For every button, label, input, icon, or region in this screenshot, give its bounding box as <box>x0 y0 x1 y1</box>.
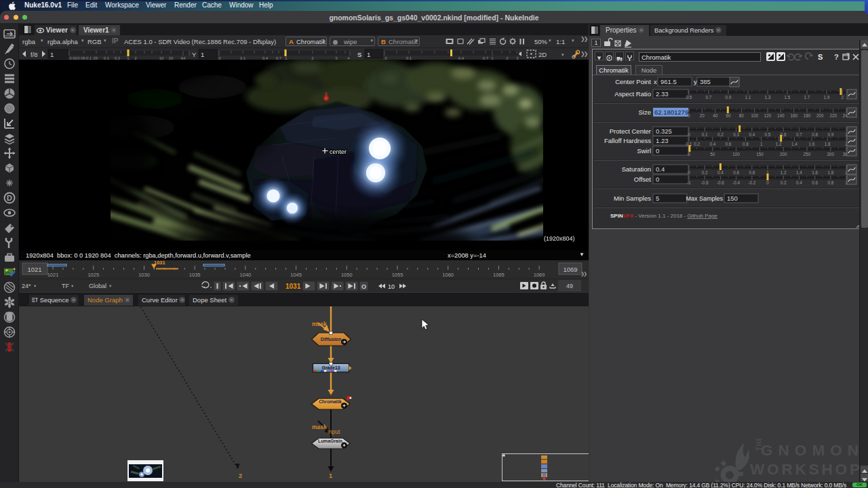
svg-text:GNOMON: GNOMON <box>761 442 860 459</box>
svg-text:input: input <box>328 428 340 435</box>
svg-text:0.4: 0.4 <box>749 132 755 137</box>
svg-text:385: 385 <box>700 78 711 85</box>
svg-text:0.2: 0.2 <box>702 170 708 175</box>
svg-text:2D: 2D <box>538 51 547 58</box>
svg-text:0.5: 0.5 <box>765 132 771 137</box>
svg-text:220: 220 <box>829 113 837 118</box>
svg-text:1.8: 1.8 <box>825 142 831 146</box>
svg-text:140: 140 <box>777 113 785 118</box>
svg-text:1: 1 <box>329 472 332 479</box>
svg-text:1.6: 1.6 <box>809 142 815 146</box>
svg-text:0.9: 0.9 <box>827 132 833 137</box>
svg-text:0.4: 0.4 <box>709 142 715 146</box>
svg-text:Y: Y <box>192 51 197 58</box>
svg-text:0: 0 <box>688 152 690 157</box>
svg-text:Swirl: Swirl <box>637 147 651 155</box>
svg-text:0: 0 <box>688 170 690 175</box>
svg-text:Protect Center: Protect Center <box>610 127 651 135</box>
svg-text:200: 200 <box>780 152 787 157</box>
svg-text:2: 2 <box>841 95 844 100</box>
svg-text:150: 150 <box>727 195 738 202</box>
svg-text:0.1: 0.1 <box>702 132 708 137</box>
svg-text:120: 120 <box>764 113 772 118</box>
svg-text:Chromatik: Chromatik <box>319 399 342 404</box>
svg-text:1.8: 1.8 <box>827 170 833 175</box>
svg-text:1.2: 1.2 <box>781 170 787 175</box>
svg-text:1.4: 1.4 <box>791 142 797 146</box>
svg-text:?: ? <box>834 53 839 61</box>
svg-text:1040: 1040 <box>240 272 252 278</box>
svg-text:Offset: Offset <box>634 176 652 183</box>
svg-text:1.6: 1.6 <box>812 170 818 175</box>
svg-text:1021: 1021 <box>27 266 41 273</box>
svg-text:1.7: 1.7 <box>804 95 810 100</box>
svg-text:Saturation: Saturation <box>622 165 651 173</box>
svg-text:50: 50 <box>710 152 715 157</box>
svg-text:1021: 1021 <box>47 272 59 278</box>
svg-text:0: 0 <box>656 176 659 183</box>
svg-text:1.1: 1.1 <box>745 95 751 100</box>
svg-text:1.4: 1.4 <box>796 170 802 175</box>
svg-text:0.6: 0.6 <box>726 142 732 146</box>
svg-text:x: x <box>654 78 657 85</box>
svg-text:60: 60 <box>726 113 731 118</box>
svg-text:0: 0 <box>766 180 769 185</box>
svg-text:1.23: 1.23 <box>656 137 669 144</box>
svg-text:0.2: 0.2 <box>781 180 787 185</box>
svg-text:1: 1 <box>760 142 763 146</box>
svg-text:1045: 1045 <box>290 272 302 278</box>
svg-text:▾: ▾ <box>71 283 74 288</box>
svg-text:0.325: 0.325 <box>656 127 672 135</box>
svg-text:0.8: 0.8 <box>749 170 755 175</box>
svg-text:1050: 1050 <box>341 272 353 278</box>
svg-text:O: O <box>361 283 366 290</box>
svg-text:0.4: 0.4 <box>656 165 665 173</box>
svg-text:0.4: 0.4 <box>796 180 802 185</box>
svg-text:0.7: 0.7 <box>796 132 802 137</box>
svg-text:0.6: 0.6 <box>733 170 739 175</box>
svg-text:1069: 1069 <box>534 272 545 278</box>
svg-text:100: 100 <box>751 113 758 118</box>
svg-text:1.5: 1.5 <box>785 95 791 100</box>
svg-text:0: 0 <box>688 132 690 137</box>
svg-text:Aspect Ratio: Aspect Ratio <box>614 90 651 98</box>
svg-text:62.18012799: 62.18012799 <box>654 108 692 116</box>
svg-text:Min Samples: Min Samples <box>614 195 651 202</box>
svg-text:1025: 1025 <box>87 272 99 278</box>
svg-text:0.7: 0.7 <box>706 95 712 100</box>
svg-text:160: 160 <box>790 113 797 118</box>
svg-text:20: 20 <box>700 113 705 118</box>
svg-text:1031: 1031 <box>154 260 165 266</box>
svg-text:1065: 1065 <box>493 272 505 278</box>
svg-text:10: 10 <box>388 283 395 290</box>
svg-text:1031: 1031 <box>285 283 301 290</box>
svg-text:❯❯: ❯❯ <box>580 271 587 277</box>
svg-text:0.8: 0.8 <box>812 132 818 137</box>
svg-text:1030: 1030 <box>138 272 150 278</box>
svg-text:Falloff Hardness: Falloff Hardness <box>604 137 651 144</box>
svg-text:300: 300 <box>827 152 835 157</box>
svg-text:200: 200 <box>816 113 824 118</box>
svg-text:5: 5 <box>656 195 659 202</box>
svg-text:0.8: 0.8 <box>743 142 749 146</box>
svg-text:Center Point: Center Point <box>615 78 651 85</box>
svg-text:0: 0 <box>688 113 690 118</box>
svg-text:49: 49 <box>566 283 573 289</box>
svg-text:Max Samples: Max Samples <box>686 195 723 202</box>
svg-text:-0.4: -0.4 <box>732 180 740 185</box>
svg-text:2: 2 <box>239 472 242 479</box>
svg-text:1055: 1055 <box>392 272 403 278</box>
svg-text:Global: Global <box>89 283 106 289</box>
svg-text:0.9: 0.9 <box>726 95 732 100</box>
svg-text:Size: Size <box>639 108 651 116</box>
svg-text:80: 80 <box>739 113 745 118</box>
svg-text:❯❯: ❯❯ <box>580 51 588 57</box>
svg-text:100: 100 <box>732 152 740 157</box>
svg-text:0.3: 0.3 <box>733 132 739 137</box>
svg-text:WORKSHOP: WORKSHOP <box>750 461 861 478</box>
svg-text:Diffusion: Diffusion <box>321 337 341 342</box>
svg-text:150: 150 <box>756 152 764 157</box>
svg-text:S: S <box>357 51 361 58</box>
svg-text:1069: 1069 <box>563 266 577 273</box>
svg-text:TF: TF <box>62 283 69 289</box>
